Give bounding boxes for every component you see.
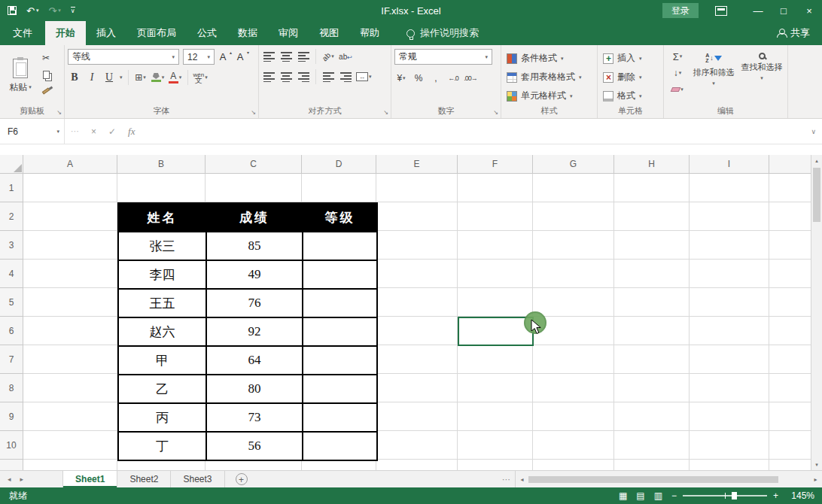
row-header-9[interactable]: 9 bbox=[0, 402, 23, 431]
scroll-right-icon[interactable]: ▸ bbox=[811, 476, 820, 483]
table-cell[interactable]: 73 bbox=[207, 404, 303, 433]
row-header-10[interactable]: 10 bbox=[0, 431, 23, 460]
column-header-C[interactable]: C bbox=[206, 155, 302, 173]
maximize-button[interactable]: □ bbox=[771, 0, 796, 21]
tab-formulas[interactable]: 公式 bbox=[187, 21, 227, 45]
page-layout-view-icon[interactable]: ▤ bbox=[636, 490, 644, 501]
paste-button[interactable]: 粘贴▾ bbox=[3, 49, 38, 103]
tab-page-layout[interactable]: 页面布局 bbox=[126, 21, 187, 45]
sheet-nav-left-icon[interactable]: ◂ bbox=[8, 475, 11, 483]
scroll-left-icon[interactable]: ◂ bbox=[517, 476, 527, 483]
table-header-cell[interactable]: 等级 bbox=[303, 204, 378, 232]
align-center-button[interactable] bbox=[279, 69, 293, 84]
row-header-4[interactable]: 4 bbox=[0, 260, 23, 288]
comma-style-button[interactable]: , bbox=[429, 71, 443, 86]
copy-button[interactable] bbox=[39, 67, 53, 82]
italic-button[interactable]: I bbox=[85, 70, 99, 85]
sheet-tab-sheet2[interactable]: Sheet2 bbox=[117, 471, 171, 487]
undo-button[interactable]: ↶▾ bbox=[26, 5, 38, 17]
conditional-formatting-button[interactable]: 条件格式▾ bbox=[504, 49, 594, 68]
column-header-B[interactable]: B bbox=[117, 155, 206, 173]
table-cell[interactable]: 64 bbox=[207, 347, 303, 375]
ribbon-display-options-icon[interactable] bbox=[715, 6, 727, 16]
column-header-E[interactable]: E bbox=[376, 155, 458, 173]
insert-function-button[interactable]: fx bbox=[128, 126, 135, 138]
qat-customize-button[interactable]: ∨ bbox=[71, 7, 75, 14]
table-cell[interactable]: 张三 bbox=[119, 232, 207, 261]
decrease-font-button[interactable]: A▾ bbox=[236, 50, 249, 65]
bold-button[interactable]: B bbox=[68, 70, 81, 85]
table-cell[interactable] bbox=[303, 261, 378, 290]
format-painter-button[interactable] bbox=[39, 83, 53, 99]
percent-style-button[interactable]: % bbox=[412, 71, 425, 86]
table-cell[interactable]: 王五 bbox=[119, 290, 207, 318]
clipboard-dialog-launcher-icon[interactable]: ↘ bbox=[56, 110, 62, 116]
number-dialog-launcher-icon[interactable]: ↘ bbox=[493, 110, 498, 116]
underline-button[interactable]: U bbox=[102, 70, 116, 85]
insert-cells-button[interactable]: 插入▾ bbox=[601, 49, 660, 68]
sheetbar-splitter[interactable]: ⋯ bbox=[502, 475, 510, 484]
increase-decimal-button[interactable]: ←.0 bbox=[446, 71, 460, 86]
column-header-G[interactable]: G bbox=[533, 155, 614, 173]
column-header-partial[interactable] bbox=[769, 155, 811, 173]
sort-filter-button[interactable]: AZ↓ 排序和筛选 ▾ bbox=[691, 49, 736, 105]
font-dialog-launcher-icon[interactable]: ↘ bbox=[251, 110, 256, 116]
tab-help[interactable]: 帮助 bbox=[349, 21, 390, 45]
table-cell[interactable]: 丙 bbox=[119, 404, 207, 433]
table-cell[interactable] bbox=[303, 347, 378, 375]
formula-input[interactable] bbox=[141, 119, 811, 144]
align-left-button[interactable] bbox=[262, 69, 276, 84]
table-cell[interactable]: 赵六 bbox=[119, 318, 207, 347]
alignment-dialog-launcher-icon[interactable]: ↘ bbox=[383, 110, 388, 116]
cut-button[interactable]: ✂ bbox=[39, 50, 53, 65]
column-header-I[interactable]: I bbox=[690, 155, 769, 173]
table-cell[interactable]: 56 bbox=[207, 433, 303, 461]
format-as-table-button[interactable]: 套用表格格式▾ bbox=[504, 68, 594, 87]
page-break-view-icon[interactable]: ▥ bbox=[654, 490, 662, 501]
table-cell[interactable] bbox=[303, 232, 378, 261]
zoom-in-icon[interactable]: + bbox=[773, 490, 778, 501]
format-cells-button[interactable]: 格式▾ bbox=[601, 87, 660, 105]
table-cell[interactable]: 李四 bbox=[119, 261, 207, 290]
decrease-indent-button[interactable] bbox=[321, 69, 335, 84]
table-cell[interactable] bbox=[303, 375, 378, 404]
selected-cell-F6[interactable] bbox=[458, 317, 534, 346]
zoom-slider[interactable] bbox=[683, 495, 767, 496]
clear-button[interactable]: ▾ bbox=[667, 82, 688, 97]
increase-font-button[interactable]: A▴ bbox=[218, 50, 232, 65]
tab-home[interactable]: 开始 bbox=[45, 21, 86, 45]
borders-button[interactable]: ⊞▾ bbox=[134, 70, 148, 85]
phonetic-guide-button[interactable]: wén文▾ bbox=[193, 70, 208, 85]
sheet-tab-sheet1[interactable]: Sheet1 bbox=[62, 471, 117, 487]
table-cell[interactable]: 76 bbox=[207, 290, 303, 318]
table-header-cell[interactable]: 成绩 bbox=[207, 204, 303, 232]
select-all-corner[interactable] bbox=[0, 155, 23, 174]
find-select-button[interactable]: 查找和选择 ▾ bbox=[739, 49, 784, 105]
row-header-2[interactable]: 2 bbox=[0, 202, 23, 231]
redo-button[interactable]: ↷▾ bbox=[48, 5, 60, 17]
table-cell[interactable]: 丁 bbox=[119, 433, 207, 461]
zoom-level[interactable]: 145% bbox=[787, 490, 814, 501]
sheet-nav-right-icon[interactable]: ▸ bbox=[20, 475, 24, 483]
tab-file[interactable]: 文件 bbox=[0, 21, 45, 45]
cell-styles-button[interactable]: 单元格样式▾ bbox=[504, 87, 594, 105]
table-cell[interactable]: 85 bbox=[207, 232, 303, 261]
vertical-scroll-thumb[interactable] bbox=[813, 168, 820, 222]
table-cell[interactable]: 甲 bbox=[119, 347, 207, 375]
wrap-text-button[interactable]: ab bbox=[339, 49, 352, 64]
tell-me-search[interactable]: 操作说明搜索 bbox=[406, 21, 479, 45]
new-sheet-button[interactable] bbox=[236, 473, 248, 485]
enter-button[interactable]: ✓ bbox=[108, 126, 116, 137]
table-cell[interactable] bbox=[303, 433, 378, 461]
close-button[interactable]: × bbox=[796, 0, 822, 21]
zoom-slider-thumb[interactable] bbox=[732, 492, 737, 499]
cancel-button[interactable]: × bbox=[91, 126, 96, 137]
row-header-7[interactable]: 7 bbox=[0, 345, 23, 374]
normal-view-icon[interactable]: ▦ bbox=[619, 490, 627, 501]
tab-view[interactable]: 视图 bbox=[309, 21, 349, 45]
tab-review[interactable]: 审阅 bbox=[268, 21, 309, 45]
sheet-tab-sheet3[interactable]: Sheet3 bbox=[171, 471, 224, 487]
chevron-down-icon[interactable]: ▾ bbox=[120, 74, 123, 80]
column-header-F[interactable]: F bbox=[458, 155, 533, 173]
merge-center-button[interactable]: ↔▾ bbox=[356, 69, 372, 84]
